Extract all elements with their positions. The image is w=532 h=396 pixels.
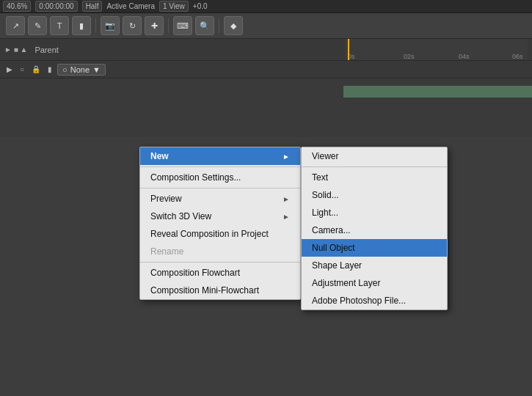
composition-settings-label: Composition Settings... — [150, 172, 241, 183]
menu-item-preview[interactable]: Preview ► — [140, 190, 300, 208]
submenu-item-text[interactable]: Text — [302, 169, 447, 186]
submenu-item-solid[interactable]: Solid... — [302, 186, 447, 204]
menu-sep-1 — [140, 166, 300, 167]
menu-item-switch-3d[interactable]: Switch 3D View ► — [140, 208, 300, 225]
context-overlay: New ► Composition Settings... Preview ► … — [0, 0, 532, 396]
submenu-item-adjustment-layer[interactable]: Adjustment Layer — [302, 274, 447, 292]
menu-item-mini-flowchart[interactable]: Composition Mini-Flowchart — [140, 282, 300, 299]
menu-sep-3 — [140, 262, 300, 263]
submenu-item-null-object[interactable]: Null Object — [302, 239, 447, 257]
main-context-menu: New ► Composition Settings... Preview ► … — [139, 147, 301, 300]
menu-sep-2 — [140, 188, 300, 188]
mini-flowchart-label: Composition Mini-Flowchart — [150, 285, 259, 296]
rename-label: Rename — [150, 246, 183, 257]
menu-item-composition-settings[interactable]: Composition Settings... — [140, 169, 300, 186]
preview-label: Preview — [150, 194, 182, 204]
new-item-arrow: ► — [283, 153, 290, 161]
submenu-item-photoshop[interactable]: Adobe Photoshop File... — [302, 292, 447, 309]
menu-item-reveal-project[interactable]: Reveal Composition in Project — [140, 225, 300, 243]
menu-item-new[interactable]: New ► — [140, 147, 300, 165]
switch-3d-arrow: ► — [283, 213, 290, 221]
submenu-sep-1 — [302, 166, 447, 167]
submenu-item-viewer[interactable]: Viewer — [302, 147, 447, 165]
new-submenu: Viewer Text Solid... Light... Camera... … — [301, 147, 448, 310]
switch-3d-label: Switch 3D View — [150, 211, 211, 221]
preview-arrow: ► — [283, 195, 290, 203]
menu-item-flowchart[interactable]: Composition Flowchart — [140, 264, 300, 282]
menu-item-rename: Rename — [140, 243, 300, 260]
flowchart-label: Composition Flowchart — [150, 268, 240, 278]
submenu-item-camera[interactable]: Camera... — [302, 221, 447, 239]
submenu-item-light[interactable]: Light... — [302, 204, 447, 221]
submenu-item-shape-layer[interactable]: Shape Layer — [302, 257, 447, 274]
reveal-project-label: Reveal Composition in Project — [150, 229, 269, 239]
new-item-label: New — [150, 151, 169, 161]
